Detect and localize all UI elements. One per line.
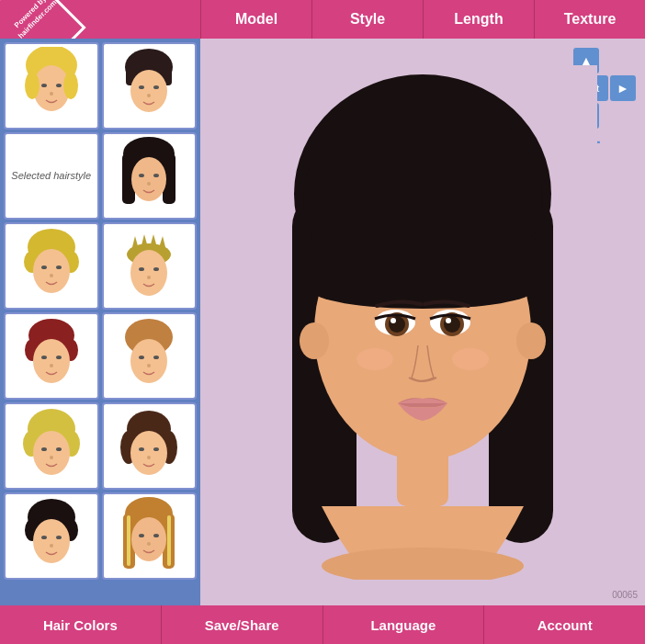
hairstyle-row-6 (4, 492, 197, 580)
hairstyle-thumb-9[interactable] (4, 402, 99, 490)
svg-point-74 (131, 517, 166, 561)
bottom-bar: Hair Colors Save/Share Language Account (0, 605, 645, 644)
hairstyle-thumb-10[interactable] (102, 402, 198, 490)
svg-point-47 (147, 364, 151, 367)
svg-point-44 (130, 339, 167, 383)
svg-point-66 (41, 536, 47, 539)
svg-point-33 (139, 267, 144, 271)
svg-point-88 (516, 322, 546, 359)
svg-point-11 (153, 85, 159, 89)
face-svg-10 (117, 407, 181, 485)
svg-point-3 (63, 72, 78, 99)
hairstyle-thumb-3[interactable]: Selected hairstyle (4, 132, 99, 220)
svg-point-51 (33, 431, 70, 475)
svg-point-54 (50, 456, 53, 459)
face-svg-12 (117, 497, 181, 575)
model-display (248, 65, 597, 580)
svg-point-41 (56, 356, 62, 359)
svg-point-9 (130, 70, 167, 112)
svg-point-40 (41, 356, 47, 359)
face-svg-5 (19, 227, 84, 305)
bottom-language[interactable]: Language (323, 605, 485, 644)
tab-style[interactable]: Style (311, 0, 423, 39)
svg-point-12 (147, 94, 151, 97)
svg-point-32 (130, 250, 167, 296)
svg-point-10 (139, 85, 144, 89)
hairstyle-row-1 (4, 42, 197, 130)
svg-point-52 (41, 447, 47, 451)
model-face-svg (248, 65, 597, 580)
bottom-account[interactable]: Account (484, 605, 645, 644)
tab-length[interactable]: Length (423, 0, 534, 39)
svg-point-61 (147, 456, 151, 459)
hairstyle-thumb-7[interactable] (4, 312, 99, 400)
svg-point-4 (41, 84, 47, 87)
svg-point-19 (147, 182, 151, 186)
svg-rect-73 (167, 515, 171, 566)
bottom-save-share[interactable]: Save/Share (162, 605, 323, 644)
svg-point-16 (131, 157, 166, 201)
svg-point-76 (153, 534, 159, 537)
face-svg-9 (19, 407, 84, 485)
face-svg-4 (117, 137, 181, 215)
svg-point-58 (130, 431, 167, 475)
tab-model[interactable]: Model (200, 0, 311, 39)
svg-point-24 (41, 266, 47, 269)
hairstyle-thumb-4[interactable] (102, 132, 198, 220)
svg-point-39 (33, 339, 70, 383)
svg-point-67 (56, 536, 62, 539)
svg-point-18 (153, 174, 159, 177)
svg-point-98 (452, 348, 489, 370)
svg-point-95 (444, 316, 460, 333)
hairstyle-thumb-6[interactable] (102, 222, 198, 310)
hairstyle-thumb-2[interactable] (102, 42, 198, 130)
hairstyle-thumb-5[interactable] (4, 222, 99, 310)
face-svg-11 (19, 497, 84, 575)
svg-point-60 (153, 447, 159, 451)
svg-point-25 (56, 266, 62, 269)
hairstyle-thumb-12[interactable] (102, 492, 198, 580)
svg-point-17 (139, 174, 144, 177)
svg-point-23 (33, 249, 70, 293)
hairstyle-thumb-1[interactable] (4, 42, 99, 130)
hairstyle-row-3 (4, 222, 197, 310)
svg-point-5 (56, 84, 62, 87)
svg-point-46 (153, 356, 159, 359)
svg-point-97 (356, 348, 393, 370)
svg-point-53 (56, 447, 62, 451)
bottom-hair-colors[interactable]: Hair Colors (0, 605, 162, 644)
top-nav: Powered by hairfinder.com Model Style Le… (0, 0, 645, 39)
svg-point-75 (139, 534, 144, 537)
face-svg-1 (19, 47, 84, 125)
svg-point-96 (446, 318, 451, 323)
svg-point-26 (50, 274, 53, 277)
tab-texture[interactable]: Texture (534, 0, 645, 39)
svg-point-87 (300, 322, 329, 359)
sidebar: Selected hairstyle (0, 39, 200, 605)
selected-hairstyle-label: Selected hairstyle (7, 165, 95, 186)
svg-point-2 (25, 72, 40, 99)
svg-point-59 (139, 447, 144, 451)
main-area: Selected hairstyle (0, 39, 645, 605)
svg-point-68 (50, 544, 53, 548)
svg-point-92 (390, 318, 396, 323)
svg-point-77 (147, 542, 151, 546)
logo-area: Powered by hairfinder.com (0, 0, 200, 39)
move-right-button[interactable]: ► (610, 75, 636, 101)
svg-point-42 (50, 364, 53, 367)
watermark: 00065 (612, 590, 638, 600)
svg-point-91 (389, 316, 405, 333)
face-svg-7 (19, 317, 84, 395)
content-area: ▲ ◄ Reset ► ▼ − + (200, 39, 645, 605)
hairstyle-row-4 (4, 312, 197, 400)
svg-point-45 (139, 356, 144, 359)
face-svg-6 (117, 227, 181, 305)
svg-point-6 (50, 92, 53, 96)
svg-point-35 (147, 276, 151, 279)
hairstyle-row-2: Selected hairstyle (4, 132, 197, 220)
hairstyle-thumb-11[interactable] (4, 492, 99, 580)
svg-point-86 (312, 272, 533, 309)
svg-point-65 (33, 519, 70, 563)
hairstyle-row-5 (4, 402, 197, 490)
hairstyle-thumb-8[interactable] (102, 312, 198, 400)
